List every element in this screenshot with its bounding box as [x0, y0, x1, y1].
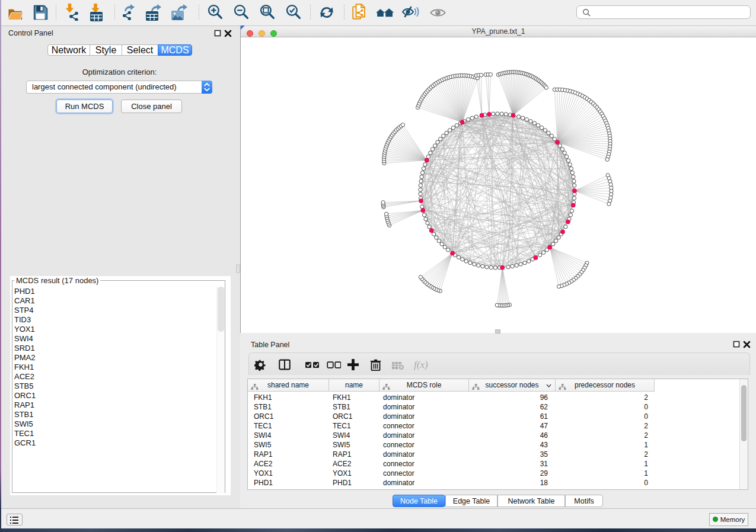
svg-text:f(x): f(x) — [414, 359, 428, 370]
